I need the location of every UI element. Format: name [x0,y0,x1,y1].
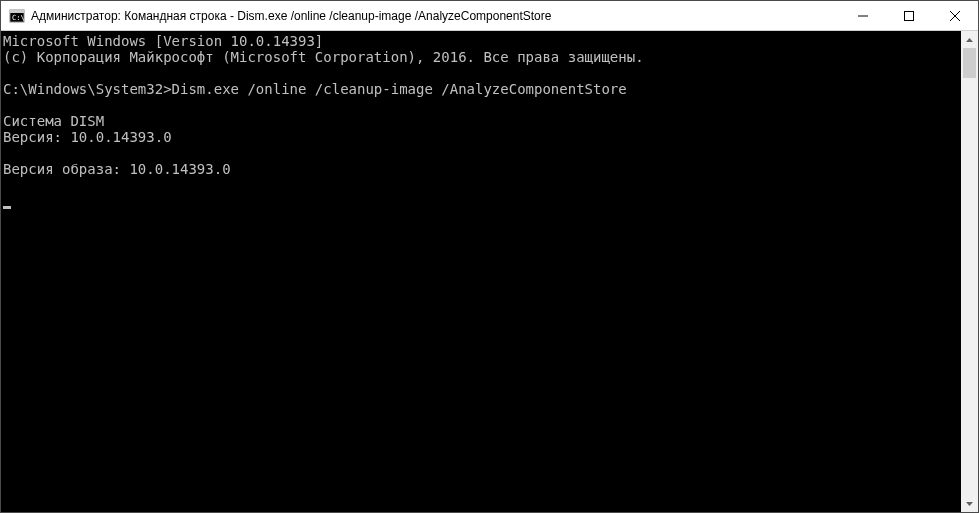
scroll-thumb[interactable] [963,48,976,78]
vertical-scrollbar[interactable] [961,31,978,512]
maximize-button[interactable] [886,1,932,30]
app-icon: C:\ [9,8,25,24]
minimize-button[interactable] [840,1,886,30]
scroll-track[interactable] [961,48,978,495]
chevron-up-icon [966,38,973,42]
svg-marker-8 [966,502,973,506]
client-area: Microsoft Windows [Version 10.0.14393] (… [1,31,978,512]
svg-rect-4 [905,11,914,20]
scroll-up-button[interactable] [961,31,978,48]
scroll-down-button[interactable] [961,495,978,512]
close-button[interactable] [932,1,978,30]
window-frame: C:\ Администратор: Командная строка - Di… [0,0,979,513]
titlebar[interactable]: C:\ Администратор: Командная строка - Di… [1,1,978,31]
svg-text:C:\: C:\ [12,14,25,22]
chevron-down-icon [966,502,973,506]
cursor [3,206,11,209]
svg-rect-1 [10,10,24,13]
window-controls [840,1,978,30]
window-title: Администратор: Командная строка - Dism.e… [31,9,840,23]
terminal-output[interactable]: Microsoft Windows [Version 10.0.14393] (… [1,31,961,512]
svg-marker-7 [966,38,973,42]
